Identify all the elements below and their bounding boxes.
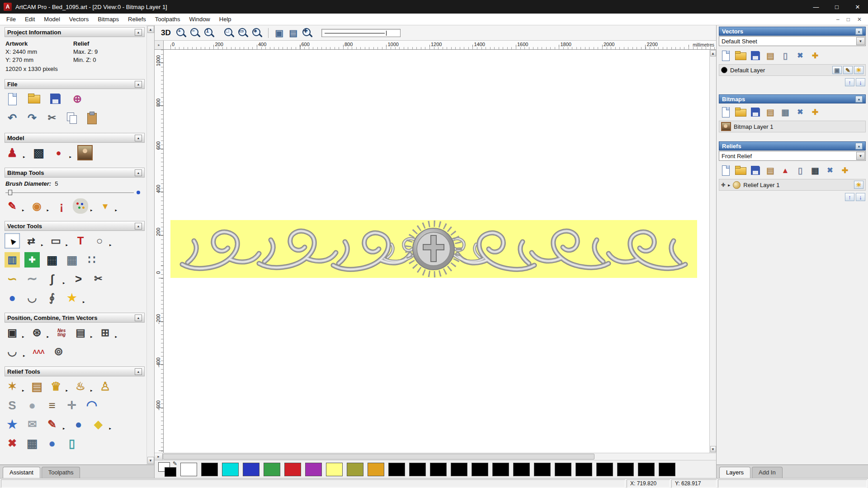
mdi-minimize-button[interactable]: – (836, 16, 840, 23)
layer-visibility-icon[interactable]: ☀ (854, 66, 863, 74)
palette-swatch-14[interactable] (472, 463, 488, 476)
canvas-viewport[interactable] (164, 50, 709, 453)
horizontal-ruler[interactable]: millimetres 0200400600800100012001400160… (164, 41, 716, 50)
new-vector-layer-icon[interactable]: ✚ (809, 50, 821, 61)
palette-swatch-20[interactable] (596, 463, 613, 476)
block-copy-icon[interactable]: ▤ (73, 325, 88, 340)
tab-toolpaths[interactable]: Toolpaths (42, 467, 80, 478)
new-model-icon[interactable] (5, 91, 20, 107)
save-vectors-icon[interactable] (750, 50, 761, 61)
delete-relief-layer-icon[interactable]: ✖ (824, 164, 836, 176)
zoom-out-icon[interactable]: − (189, 27, 202, 39)
collapse-bitmap-tools-button[interactable]: ▲ (135, 169, 142, 176)
menu-window[interactable]: Window (185, 14, 215, 24)
cut-vector-icon[interactable]: ✂ (91, 271, 106, 286)
cut-icon[interactable]: ✂ (44, 110, 60, 126)
new-bitmap-icon[interactable] (720, 106, 731, 118)
relief-layer-row[interactable]: ✚ ▸ Relief Layer 1 ☀ (719, 179, 866, 191)
palette-swatch-4[interactable] (264, 463, 280, 476)
palette-swatch-23[interactable] (659, 463, 675, 476)
relief-plan-icon[interactable]: ▯ (794, 164, 806, 176)
vector-layer-down-icon[interactable]: ↓ (856, 78, 865, 86)
shape-editor-icon[interactable]: ● (51, 145, 66, 160)
menu-toolpaths[interactable]: Toolpaths (151, 14, 185, 24)
canvas-scroll-up-button[interactable]: ▲ (710, 50, 716, 56)
import-vectors-icon[interactable]: ▤ (764, 50, 776, 61)
paste-icon[interactable] (84, 110, 99, 126)
palette-swatch-18[interactable] (555, 463, 571, 476)
canvas-horizontal-scrollbar[interactable]: ▸ (155, 453, 716, 460)
rectangle-tool-icon[interactable]: ▭ (48, 233, 64, 249)
smooth-curve-icon[interactable]: ∼ (24, 271, 40, 286)
transform-vectors-icon[interactable]: ⇄ (24, 233, 39, 249)
new-bitmap-layer-icon[interactable]: ✚ (809, 106, 821, 118)
line-style-preview[interactable] (321, 29, 401, 37)
layer-edit-icon[interactable]: ✎ (843, 66, 853, 74)
ruler-origin-button[interactable]: ▸ (155, 41, 164, 50)
star-tool-icon[interactable]: ★ (64, 290, 80, 305)
tab-assistant[interactable]: Assistant (3, 467, 40, 478)
relief-pyramid-icon[interactable]: ▲ (779, 164, 791, 176)
pixel-pin-icon[interactable]: ¡ (54, 198, 69, 214)
new-vector-sheet-icon[interactable] (720, 50, 731, 61)
block-align-flyout-arrow[interactable]: ▸ (22, 334, 24, 339)
collapse-bitmaps-button[interactable]: ▲ (855, 96, 863, 103)
vertical-ruler[interactable]: 10008006004002000-200-400-600 (155, 50, 164, 453)
open-model-icon[interactable] (26, 91, 42, 107)
swirl-relief-icon[interactable]: ✶ (5, 379, 20, 394)
relief-layer-down-icon[interactable]: ↓ (856, 193, 865, 201)
palette-swatch-8[interactable] (347, 463, 363, 476)
tab-add-in[interactable]: Add In (752, 467, 783, 478)
grid-light-icon[interactable]: ▦ (64, 252, 80, 267)
bitmap-to-vector-icon[interactable]: ▦ (779, 106, 791, 118)
teapot-relief-flyout-arrow[interactable]: ▸ (90, 388, 93, 393)
stack-relief-icon[interactable]: ≡ (44, 398, 60, 413)
guides-toggle-icon[interactable]: ▤ (287, 27, 300, 39)
undo-icon[interactable]: ↶ (5, 110, 20, 126)
measure-tool-icon[interactable]: ▥ (5, 252, 20, 267)
import-relief-icon[interactable]: ▤ (764, 164, 776, 176)
menu-help[interactable]: Help (215, 14, 236, 24)
circular-copy-icon[interactable]: ⊛ (29, 325, 45, 340)
bezier-editor-flyout-arrow[interactable]: ▸ (63, 281, 65, 285)
layer-color-chip[interactable] (721, 67, 727, 73)
palette-swatch-13[interactable] (451, 463, 467, 476)
swirl-relief-flyout-arrow[interactable]: ▸ (22, 388, 24, 393)
cylinder-shape-icon[interactable]: ● (5, 290, 20, 305)
palette-swatch-2[interactable] (222, 463, 239, 476)
zoom-selected-icon[interactable]: ✚ (301, 27, 314, 39)
tab-layers[interactable]: Layers (719, 467, 750, 478)
sculpt-tool-icon[interactable]: ✛ (64, 398, 80, 413)
palette-swatch-9[interactable] (368, 463, 384, 476)
block-copy-flyout-arrow[interactable]: ▸ (90, 334, 93, 339)
delete-vector-layer-icon[interactable]: ✖ (794, 50, 806, 61)
hscroll-track[interactable] (163, 453, 716, 460)
collapse-reliefs-button[interactable]: ▲ (855, 143, 863, 150)
import-3d-model-flyout-arrow[interactable]: ▸ (23, 155, 25, 159)
vector-layer-row[interactable]: Default Layer ▣✎☀ (719, 64, 866, 76)
palette-swatch-12[interactable] (430, 463, 447, 476)
palette-swatch-19[interactable] (576, 463, 592, 476)
fit-arcs-flyout-arrow[interactable]: ▸ (23, 353, 25, 358)
pane-splitter-button[interactable]: ▸ (155, 453, 163, 460)
hscroll-thumb[interactable] (163, 454, 594, 460)
palette-swatch-22[interactable] (638, 463, 655, 476)
ornament-relief-flyout-arrow[interactable]: ▸ (66, 388, 68, 393)
menu-edit[interactable]: Edit (20, 14, 39, 24)
colour-palette-flyout-arrow[interactable]: ▸ (90, 208, 93, 212)
sphere-relief-icon[interactable]: ● (44, 436, 60, 451)
colour-palette-icon[interactable] (73, 198, 88, 214)
greyscale-from-model-icon[interactable]: ▩ (31, 145, 47, 160)
weld-vectors-flyout-arrow[interactable]: ▸ (115, 334, 118, 339)
flood-fill-icon[interactable]: ◉ (29, 198, 45, 214)
save-bitmap-icon[interactable] (750, 106, 761, 118)
menu-bitmaps[interactable]: Bitmaps (93, 14, 123, 24)
weave-relief-icon[interactable]: ● (24, 398, 40, 413)
spiral-tool-icon[interactable]: ⊚ (51, 344, 66, 359)
wood-grain-relief-icon[interactable]: ▤ (29, 379, 45, 394)
plate-relief-icon[interactable]: ▯ (64, 436, 80, 451)
vector-texture-icon[interactable]: ΛΛΛ (31, 344, 47, 359)
collapse-vectors-button[interactable]: ▲ (855, 28, 863, 35)
nesting-icon[interactable]: Nes ting (54, 325, 69, 340)
flood-fill-flyout-arrow[interactable]: ▸ (47, 208, 49, 212)
